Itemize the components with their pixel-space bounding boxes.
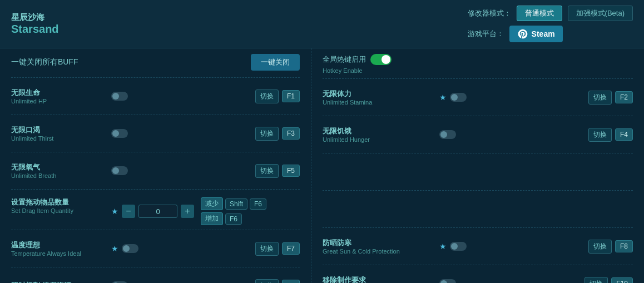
title-area: 星辰沙海 Starsand bbox=[11, 12, 59, 36]
toggle-temp[interactable] bbox=[122, 244, 138, 253]
divider-right-top bbox=[323, 78, 633, 79]
star-icon-drag[interactable]: ★ bbox=[111, 207, 118, 216]
hotkey-sub-label: Hotkey Enable bbox=[323, 67, 633, 74]
list-item-empty-2 bbox=[323, 195, 633, 223]
list-item: 无限饥饿 Unlimited Hunger 切换 F4 bbox=[323, 121, 633, 148]
feature-label-thirst: 无限口渴 Unlimited Thirst bbox=[11, 125, 111, 142]
divider-right-4 bbox=[323, 227, 633, 228]
list-item: 即时切割/挖掘资源 切换 F9 bbox=[11, 272, 300, 283]
divider-5 bbox=[11, 267, 300, 267]
feature-label-cut: 即时切割/挖掘资源 bbox=[11, 281, 111, 283]
divider-right-3 bbox=[323, 190, 633, 191]
hotkey-main-label: 全局热键启用 bbox=[323, 54, 366, 64]
divider-right-2 bbox=[323, 153, 633, 153]
key-tag-increase: 增加 bbox=[201, 212, 223, 225]
close-all-label: 一键关闭所有BUFF bbox=[11, 57, 78, 67]
divider-right-1 bbox=[323, 116, 633, 116]
right-feature-label-stamina: 无限体力 Unlimited Stamina bbox=[323, 89, 439, 106]
feature-name-cn-sun: 防晒防寒 bbox=[323, 238, 439, 248]
feature-name-en-hp: Unlimited HP bbox=[11, 98, 111, 105]
steam-button[interactable]: Steam bbox=[509, 26, 563, 42]
mode-label: 修改器模式： bbox=[468, 8, 511, 18]
shortcut-row-increase: 增加 F6 bbox=[201, 212, 266, 225]
feature-name-en-sun: Great Sun & Cold Protection bbox=[323, 248, 439, 255]
title-cn: 星辰沙海 bbox=[11, 12, 59, 23]
key-btn-breath-switch[interactable]: 切换 bbox=[255, 164, 279, 178]
star-icon-stamina[interactable]: ★ bbox=[439, 93, 447, 102]
feature-controls-hunger: 切换 F4 bbox=[439, 128, 633, 142]
header: 星辰沙海 Starsand 修改器模式： 普通模式 加强模式(Beta) 游戏平… bbox=[0, 0, 644, 48]
list-item-empty-1 bbox=[323, 158, 633, 186]
feature-label-temp: 温度理想 Temperature Always Ideal bbox=[11, 240, 111, 257]
key-btn-stamina-switch[interactable]: 切换 bbox=[588, 91, 612, 105]
key-label-cut: F9 bbox=[282, 280, 300, 283]
one-key-close-button[interactable]: 一键关闭 bbox=[251, 54, 300, 71]
platform-label: 游戏平台： bbox=[468, 29, 504, 39]
qty-input[interactable] bbox=[138, 205, 177, 218]
title-en: Starsand bbox=[11, 23, 59, 36]
toggle-hp[interactable] bbox=[111, 92, 128, 101]
key-btn-hunger-switch[interactable]: 切换 bbox=[588, 128, 612, 142]
toggle-thirst[interactable] bbox=[111, 129, 128, 138]
mode-row: 修改器模式： 普通模式 加强模式(Beta) bbox=[468, 6, 633, 21]
list-item: 无限口渴 Unlimited Thirst 切换 F3 bbox=[11, 120, 300, 147]
feature-controls-drag: ★ − + 减少 Shift F6 增加 F6 bbox=[111, 197, 300, 225]
quantity-row: ★ − + 减少 Shift F6 增加 F6 bbox=[111, 197, 266, 225]
key-btn-cut-switch[interactable]: 切换 bbox=[255, 279, 279, 284]
qty-increase-button[interactable]: + bbox=[181, 205, 194, 218]
toggle-sun[interactable] bbox=[450, 242, 467, 251]
key-btn-temp-switch[interactable]: 切换 bbox=[255, 242, 279, 256]
key-label-stamina: F2 bbox=[615, 91, 633, 103]
feature-name-en-temp: Temperature Always Ideal bbox=[11, 250, 111, 257]
right-feature-label-sun: 防晒防寒 Great Sun & Cold Protection bbox=[323, 238, 439, 255]
hotkey-row: 全局热键启用 bbox=[323, 54, 633, 65]
key-btn-craft-switch[interactable]: 切换 bbox=[584, 277, 608, 284]
feature-name-en-drag: Set Drag Item Quantity bbox=[11, 207, 111, 214]
key-tag-shift: Shift bbox=[225, 198, 247, 210]
normal-mode-button[interactable]: 普通模式 bbox=[517, 6, 562, 21]
toggle-hunger[interactable] bbox=[439, 130, 456, 139]
toggle-craft[interactable] bbox=[439, 279, 456, 283]
right-feature-label-craft: 移除制作要求 Remove Crafting... bbox=[323, 275, 439, 283]
feature-controls-cut: 切换 F9 bbox=[111, 279, 300, 284]
key-btn-hp-switch[interactable]: 切换 bbox=[255, 90, 279, 103]
key-btn-thirst-switch[interactable]: 切换 bbox=[255, 127, 279, 141]
feature-name-cn-hp: 无限生命 bbox=[11, 88, 111, 98]
toggle-stamina[interactable] bbox=[450, 93, 467, 102]
list-item: 无限体力 Unlimited Stamina ★ 切换 F2 bbox=[323, 83, 633, 111]
feature-label-drag: 设置拖动物品数量 Set Drag Item Quantity bbox=[11, 197, 111, 214]
star-icon-sun[interactable]: ★ bbox=[439, 242, 447, 251]
list-item: 设置拖动物品数量 Set Drag Item Quantity ★ − + 减少… bbox=[11, 194, 300, 225]
feature-name-cn-craft: 移除制作要求 bbox=[323, 275, 439, 283]
left-panel: 一键关闭所有BUFF 一键关闭 无限生命 Unlimited HP 切换 F1 … bbox=[0, 48, 311, 283]
key-label-craft: F10 bbox=[611, 277, 633, 283]
list-item: 无限氧气 Unlimited Breath 切换 F5 bbox=[11, 157, 300, 185]
feature-name-cn-hunger: 无限饥饿 bbox=[323, 126, 439, 136]
feature-controls-thirst: 切换 F3 bbox=[111, 127, 300, 141]
platform-row: 游戏平台： Steam bbox=[468, 26, 563, 42]
hotkey-toggle[interactable] bbox=[370, 54, 392, 65]
divider-3 bbox=[11, 189, 300, 190]
divider-top bbox=[11, 77, 300, 78]
key-label-hp: F1 bbox=[282, 90, 300, 102]
key-label-hunger: F4 bbox=[615, 128, 633, 141]
key-label-thirst: F3 bbox=[282, 127, 300, 140]
feature-name-cn-cut: 即时切割/挖掘资源 bbox=[11, 281, 111, 283]
qty-decrease-button[interactable]: − bbox=[122, 205, 135, 218]
feature-controls-stamina: ★ 切换 F2 bbox=[439, 91, 633, 105]
key-tag-decrease: 减少 bbox=[201, 197, 223, 210]
star-icon-temp[interactable]: ★ bbox=[111, 244, 118, 253]
feature-controls-hp: 切换 F1 bbox=[111, 90, 300, 103]
feature-name-cn-drag: 设置拖动物品数量 bbox=[11, 197, 111, 207]
shortcut-row-decrease: 减少 Shift F6 bbox=[201, 197, 266, 210]
feature-controls-sun: ★ 切换 F8 bbox=[439, 240, 633, 254]
key-btn-sun-switch[interactable]: 切换 bbox=[588, 240, 612, 254]
key-label-breath: F5 bbox=[282, 165, 300, 177]
top-bar: 一键关闭所有BUFF 一键关闭 bbox=[11, 54, 300, 71]
steam-icon bbox=[517, 28, 528, 39]
feature-controls-temp: ★ 切换 F7 bbox=[111, 242, 300, 256]
feature-name-cn-thirst: 无限口渴 bbox=[11, 125, 111, 135]
beta-mode-button[interactable]: 加强模式(Beta) bbox=[568, 6, 633, 21]
list-item: 防晒防寒 Great Sun & Cold Protection ★ 切换 F8 bbox=[323, 232, 633, 260]
toggle-breath[interactable] bbox=[111, 166, 128, 175]
